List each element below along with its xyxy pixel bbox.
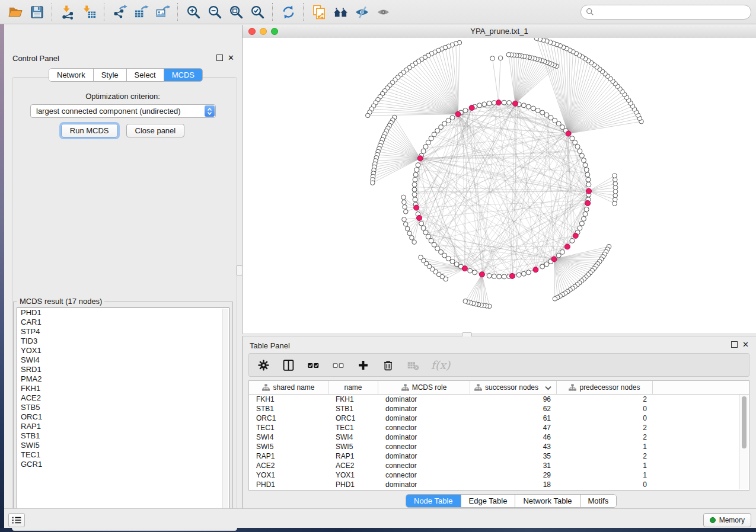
- mcds-result-item[interactable]: GCR1: [17, 460, 229, 469]
- cell-name[interactable]: YOX1: [328, 471, 378, 479]
- ring-node[interactable]: [560, 249, 564, 254]
- mcds-result-item[interactable]: SWI4: [17, 355, 229, 365]
- cell-name[interactable]: ORC1: [328, 414, 378, 422]
- criterion-select[interactable]: largest connected component (undirected): [30, 104, 216, 118]
- ring-node[interactable]: [507, 101, 512, 105]
- mcds-node[interactable]: [462, 266, 467, 271]
- leaf-node[interactable]: [410, 236, 414, 241]
- ring-node[interactable]: [553, 118, 557, 123]
- ring-node[interactable]: [412, 187, 417, 192]
- add-button[interactable]: [356, 358, 370, 372]
- mcds-node[interactable]: [513, 101, 518, 106]
- ring-node[interactable]: [582, 158, 586, 163]
- ring-node[interactable]: [584, 207, 589, 211]
- cell-mcds_role[interactable]: dominator: [378, 395, 470, 403]
- cell-mcds_role[interactable]: connector: [378, 462, 470, 470]
- ring-node[interactable]: [582, 216, 586, 221]
- column-header-predecessor-nodes[interactable]: predecessor nodes: [557, 381, 653, 394]
- mcds-result-list[interactable]: PHD1CAR1STP4TID3YOX1SWI4SRD1PMA2FKH1ACE2…: [17, 307, 229, 519]
- mcds-result-item[interactable]: STB1: [17, 431, 229, 441]
- mcds-node[interactable]: [566, 131, 571, 136]
- deselect-all-button[interactable]: [331, 358, 345, 372]
- table-row[interactable]: FKH1FKH1dominator962: [249, 395, 749, 404]
- refresh-button[interactable]: [277, 2, 299, 21]
- cell-name[interactable]: FKH1: [328, 395, 378, 403]
- ring-node[interactable]: [544, 113, 549, 117]
- cell-name[interactable]: TEC1: [328, 424, 378, 432]
- ring-node[interactable]: [421, 149, 426, 153]
- mcds-result-item[interactable]: SRD1: [17, 365, 229, 374]
- ring-node[interactable]: [521, 271, 526, 276]
- leaf-node[interactable]: [405, 226, 410, 231]
- leaf-node[interactable]: [403, 205, 407, 210]
- delete-button[interactable]: [381, 358, 395, 372]
- ring-node[interactable]: [585, 172, 590, 177]
- ring-node[interactable]: [463, 108, 468, 113]
- run-mcds-button[interactable]: Run MCDS: [61, 124, 118, 137]
- mcds-result-item[interactable]: PHD1: [17, 308, 229, 318]
- tab-select[interactable]: Select: [126, 69, 164, 81]
- ring-node[interactable]: [412, 192, 417, 197]
- ring-node[interactable]: [548, 116, 553, 120]
- cell-successor_nodes[interactable]: 31: [470, 462, 557, 470]
- table-row[interactable]: SWI4SWI4dominator462: [249, 432, 749, 442]
- ring-node[interactable]: [482, 102, 487, 107]
- cell-successor_nodes[interactable]: 35: [470, 452, 557, 460]
- ring-node[interactable]: [426, 235, 430, 239]
- ring-node[interactable]: [450, 259, 455, 264]
- close-icon[interactable]: ✕: [228, 55, 234, 60]
- cell-successor_nodes[interactable]: 46: [470, 433, 557, 441]
- cell-mcds_role[interactable]: dominator: [378, 414, 470, 422]
- cell-name[interactable]: RAP1: [328, 452, 378, 460]
- ring-node[interactable]: [583, 211, 588, 216]
- table-row[interactable]: RAP1RAP1dominator352: [249, 451, 749, 461]
- memory-button[interactable]: Memory: [703, 513, 751, 527]
- ring-node[interactable]: [570, 136, 575, 141]
- table-row[interactable]: YOX1YOX1connector291: [249, 470, 749, 480]
- mcds-node[interactable]: [417, 156, 423, 161]
- mcds-result-item[interactable]: STB5: [17, 403, 229, 412]
- cell-name[interactable]: SWI5: [328, 443, 378, 451]
- table-row[interactable]: ORC1ORC1dominator610: [249, 414, 749, 423]
- mcds-node[interactable]: [586, 188, 592, 194]
- cell-predecessor_nodes[interactable]: 2: [557, 452, 653, 460]
- table-scrollbar-thumb[interactable]: [742, 396, 747, 448]
- ring-node[interactable]: [578, 149, 582, 153]
- cell-shared_name[interactable]: FKH1: [249, 395, 328, 403]
- zoom-out-button[interactable]: [204, 2, 225, 21]
- mcds-result-item[interactable]: YOX1: [17, 346, 229, 355]
- ring-node[interactable]: [414, 168, 419, 172]
- ring-node[interactable]: [521, 103, 526, 108]
- tab-network[interactable]: Network: [49, 69, 93, 81]
- tab-network-table[interactable]: Network Table: [515, 495, 579, 507]
- cell-shared_name[interactable]: STB1: [249, 405, 328, 413]
- ring-node[interactable]: [575, 145, 580, 149]
- ring-node[interactable]: [535, 108, 540, 113]
- ring-node[interactable]: [423, 230, 428, 235]
- leaf-node[interactable]: [412, 240, 417, 245]
- mcds-node[interactable]: [479, 272, 484, 277]
- network-canvas[interactable]: [243, 38, 756, 334]
- ring-node[interactable]: [413, 177, 417, 182]
- mcds-result-item[interactable]: PMA2: [17, 374, 229, 384]
- leaf-node[interactable]: [553, 297, 557, 302]
- mcds-result-item[interactable]: CAR1: [17, 318, 229, 327]
- cell-predecessor_nodes[interactable]: 2: [557, 424, 653, 432]
- mcds-node[interactable]: [551, 257, 557, 262]
- cell-name[interactable]: SWI4: [328, 433, 378, 441]
- mcds-node[interactable]: [573, 233, 578, 238]
- leaf-node[interactable]: [490, 56, 495, 61]
- cell-successor_nodes[interactable]: 62: [470, 405, 557, 413]
- ring-node[interactable]: [516, 273, 521, 277]
- table-row[interactable]: STB1STB1dominator620: [249, 404, 749, 414]
- tab-node-table[interactable]: Node Table: [406, 495, 461, 507]
- ring-node[interactable]: [502, 100, 506, 105]
- export-image-button[interactable]: [152, 2, 173, 21]
- cell-mcds_role[interactable]: connector: [378, 471, 470, 479]
- leaf-node[interactable]: [407, 231, 412, 236]
- ring-node[interactable]: [468, 268, 473, 273]
- leaf-node[interactable]: [371, 181, 375, 185]
- ring-node[interactable]: [586, 182, 591, 187]
- cell-successor_nodes[interactable]: 29: [470, 471, 557, 479]
- float-window-icon[interactable]: [731, 341, 738, 348]
